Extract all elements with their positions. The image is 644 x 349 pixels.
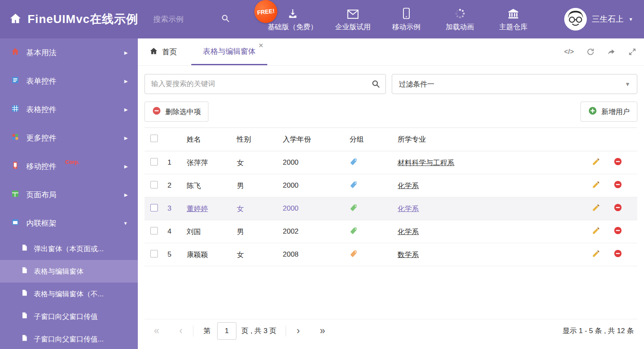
cell-year: 2000 bbox=[282, 197, 349, 220]
search-icon[interactable] bbox=[221, 14, 230, 25]
sidebar-item-more-controls[interactable]: 更多控件 ▶ bbox=[0, 124, 138, 152]
edit-icon[interactable] bbox=[592, 226, 601, 237]
column-header-actions bbox=[579, 128, 637, 151]
delete-icon[interactable] bbox=[614, 249, 622, 260]
app-header: FineUIMvc在线示例 FREE! 基础版（免费） 企业版试用 bbox=[0, 0, 644, 38]
avatar[interactable] bbox=[564, 8, 587, 31]
sidebar-item-form-controls[interactable]: 表单控件 ▶ bbox=[0, 67, 138, 95]
major-link[interactable]: 化学系 bbox=[398, 228, 419, 236]
add-circle-icon bbox=[588, 106, 597, 117]
nav-item-enterprise-trial[interactable]: 企业版试用 bbox=[335, 7, 371, 32]
table-row[interactable]: 5 康颖颖 女 2008 数学系 bbox=[145, 243, 637, 266]
delete-selected-button[interactable]: 删除选中项 bbox=[145, 102, 208, 122]
major-link[interactable]: 材料科学与工程系 bbox=[398, 159, 454, 167]
tag-icon bbox=[350, 250, 358, 260]
column-header-gender: 性别 bbox=[236, 128, 282, 151]
cell-year: 2000 bbox=[282, 174, 349, 197]
sidebar-item-grid-controls[interactable]: 表格控件 ▶ bbox=[0, 95, 138, 124]
table-row-selected[interactable]: 3 董婷婷 女 2000 化学系 bbox=[145, 197, 637, 220]
form-icon bbox=[11, 76, 19, 86]
delete-icon[interactable] bbox=[614, 157, 622, 168]
page-icon bbox=[21, 244, 28, 253]
add-user-button[interactable]: 新增用户 bbox=[581, 102, 637, 122]
sidebar-subitem-grid-edit-window[interactable]: 表格与编辑窗体 bbox=[0, 260, 138, 283]
edit-icon[interactable] bbox=[592, 249, 601, 260]
pagination-bar: « ‹ 第 页 , 共 3 页 › » 显示 1 - 5 条 , 共 12 条 bbox=[145, 319, 637, 342]
tab-label: 首页 bbox=[162, 47, 177, 57]
grid-panel: 删除选中项 新增用户 bbox=[145, 102, 637, 342]
row-checkbox[interactable] bbox=[150, 181, 158, 189]
edit-icon[interactable] bbox=[592, 157, 601, 168]
table-row[interactable]: 1 张萍萍 女 2000 材料科学与工程系 bbox=[145, 151, 637, 174]
table-row[interactable]: 2 陈飞 男 2000 化学系 bbox=[145, 174, 637, 197]
last-page-button[interactable]: » bbox=[310, 325, 335, 336]
prev-page-button[interactable]: ‹ bbox=[169, 325, 193, 336]
sidebar-item-label: 表格控件 bbox=[26, 104, 56, 115]
header-search-input[interactable] bbox=[152, 15, 219, 24]
row-checkbox[interactable] bbox=[150, 158, 158, 166]
cell-year: 2002 bbox=[282, 220, 349, 243]
sidebar-subitem-child-to-parent-2[interactable]: 子窗口向父窗口传值... bbox=[0, 328, 138, 349]
nav-item-loading-animation[interactable]: 加载动画 bbox=[442, 7, 478, 32]
chevron-right-icon: ▶ bbox=[124, 164, 128, 169]
nav-item-label: 企业版试用 bbox=[335, 22, 371, 32]
filter-dropdown[interactable]: 过滤条件一 ▼ bbox=[392, 74, 637, 94]
sidebar-item-label: 内联框架 bbox=[26, 218, 56, 228]
corp-badge: Corp. bbox=[65, 159, 79, 165]
tag-icon bbox=[350, 204, 358, 214]
brand-logo[interactable]: FineUIMvc在线示例 bbox=[0, 11, 138, 27]
delete-icon[interactable] bbox=[614, 203, 622, 214]
major-link[interactable]: 化学系 bbox=[398, 205, 419, 213]
cell-name: 康颖颖 bbox=[186, 243, 236, 266]
tab-tools: </> bbox=[564, 38, 636, 65]
free-badge: FREE! bbox=[253, 0, 278, 24]
user-name: 三生石上 bbox=[592, 14, 624, 25]
nav-item-mobile-demo[interactable]: 移动示例 bbox=[388, 7, 424, 32]
close-icon[interactable]: ✕ bbox=[258, 42, 264, 48]
open-in-new-icon[interactable] bbox=[607, 48, 616, 56]
major-link[interactable]: 化学系 bbox=[398, 182, 419, 190]
tab-label: 表格与编辑窗体 bbox=[203, 46, 256, 56]
main-panel: 首页 表格与编辑窗体 ✕ </> bbox=[138, 38, 644, 349]
first-page-button[interactable]: « bbox=[145, 325, 169, 336]
sidebar-subitem-label: 子窗口向父窗口传值... bbox=[34, 334, 104, 344]
nav-item-basic-free[interactable]: FREE! 基础版（免费） bbox=[268, 7, 317, 32]
nav-item-theme-repo[interactable]: 主题仓库 bbox=[495, 7, 531, 32]
sidebar-item-page-layout[interactable]: 页面布局 ▶ bbox=[0, 181, 138, 209]
sidebar-subitem-grid-edit-window-2[interactable]: 表格与编辑窗体（不... bbox=[0, 283, 138, 305]
delete-icon[interactable] bbox=[614, 226, 622, 237]
cell-name: 张萍萍 bbox=[186, 151, 236, 174]
row-checkbox[interactable] bbox=[150, 204, 158, 211]
sidebar-item-basic-usage[interactable]: 基本用法 ▶ bbox=[0, 38, 138, 67]
users-table: 姓名 性别 入学年份 分组 所学专业 1 张萍萍 bbox=[145, 127, 637, 266]
row-checkbox[interactable] bbox=[150, 227, 158, 234]
refresh-icon[interactable] bbox=[586, 48, 595, 56]
tab-grid-edit-window[interactable]: 表格与编辑窗体 ✕ bbox=[191, 38, 267, 65]
delete-icon[interactable] bbox=[614, 180, 622, 191]
sidebar-item-iframe[interactable]: 内联框架 ▼ bbox=[0, 209, 138, 237]
fullscreen-icon[interactable] bbox=[628, 48, 636, 56]
major-link[interactable]: 数学系 bbox=[398, 251, 419, 259]
chevron-down-icon: ▼ bbox=[625, 81, 630, 87]
page-label-prefix: 第 bbox=[203, 326, 210, 336]
sidebar-subitem-popup-window[interactable]: 弹出窗体（本页面或... bbox=[0, 237, 138, 260]
source-code-icon[interactable]: </> bbox=[564, 48, 574, 56]
edit-icon[interactable] bbox=[592, 203, 601, 214]
nav-item-label: 主题仓库 bbox=[499, 22, 527, 32]
download-icon bbox=[287, 7, 298, 19]
row-checkbox[interactable] bbox=[150, 250, 158, 257]
page-number-input[interactable] bbox=[217, 322, 236, 340]
next-page-button[interactable]: › bbox=[286, 325, 310, 336]
sidebar-subitem-child-to-parent[interactable]: 子窗口向父窗口传值 bbox=[0, 305, 138, 328]
keyword-search-input[interactable] bbox=[145, 74, 386, 94]
tag-icon bbox=[350, 181, 358, 191]
select-all-checkbox[interactable] bbox=[150, 135, 158, 142]
tab-home[interactable]: 首页 bbox=[145, 38, 181, 65]
search-icon[interactable] bbox=[371, 79, 380, 90]
user-menu[interactable]: 三生石上 ▼ bbox=[564, 8, 644, 31]
table-row[interactable]: 4 刘国 男 2002 化学系 bbox=[145, 220, 637, 243]
chevron-right-icon: ▶ bbox=[124, 79, 128, 84]
tag-icon bbox=[350, 227, 358, 237]
edit-icon[interactable] bbox=[592, 180, 601, 191]
sidebar-item-mobile-controls[interactable]: 移动控件 Corp. ▶ bbox=[0, 152, 138, 181]
